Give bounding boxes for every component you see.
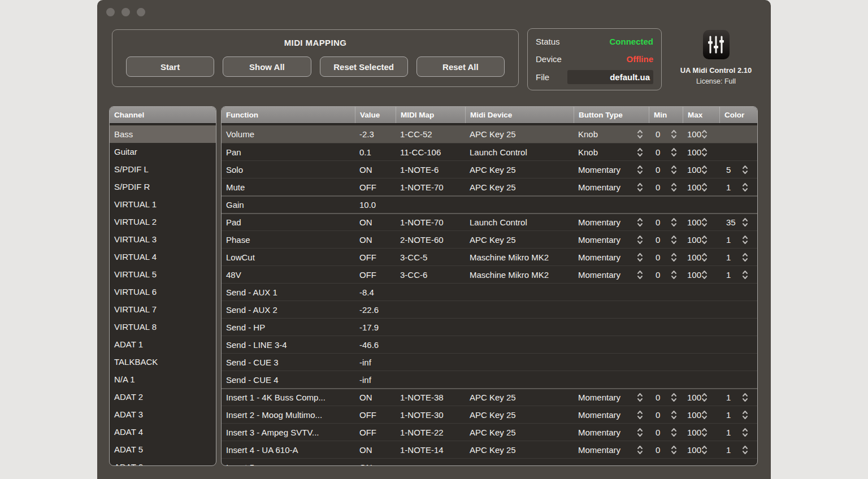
min-cell[interactable]: 0 <box>649 266 683 283</box>
max-cell[interactable]: 100 <box>683 214 719 230</box>
channel-row[interactable]: ADAT 2 <box>110 388 216 406</box>
min-cell[interactable]: 0 <box>649 389 683 406</box>
min-cell[interactable]: 0 <box>649 178 683 195</box>
button-type-stepper-icon[interactable] <box>637 392 643 403</box>
color-stepper-icon[interactable] <box>742 410 748 420</box>
function-row[interactable]: Send - AUX 2-22.6 <box>222 301 757 318</box>
min-cell[interactable]: 0 <box>649 441 683 458</box>
function-row[interactable]: Insert 2 - Moog Multimo...OFF1-NOTE-30AP… <box>222 406 757 423</box>
button-type-stepper-icon[interactable] <box>637 410 643 420</box>
button-type-cell[interactable]: Knob <box>574 125 649 143</box>
header-midi-device[interactable]: Midi Device <box>465 107 574 123</box>
function-row[interactable]: 48VOFF3-CC-6Maschine Mikro MK2Momentary0… <box>222 265 757 283</box>
header-min[interactable]: Min <box>649 107 683 123</box>
function-row[interactable]: PhaseON2-NOTE-60APC Key 25Momentary01001 <box>222 230 757 248</box>
channel-row[interactable]: ADAT 6 <box>110 458 216 466</box>
function-row[interactable]: Gain10.0 <box>222 195 757 213</box>
color-stepper-icon[interactable] <box>742 252 748 263</box>
header-color[interactable]: Color <box>719 107 757 123</box>
color-stepper-icon[interactable] <box>742 234 748 245</box>
max-cell[interactable]: 100 <box>683 424 719 441</box>
function-row[interactable]: Send - AUX 1-8.4 <box>222 283 757 301</box>
button-type-cell[interactable]: Momentary <box>574 441 649 458</box>
color-cell[interactable]: 1 <box>719 249 757 265</box>
channel-row[interactable]: VIRTUAL 4 <box>110 248 216 265</box>
channel-row[interactable]: ADAT 5 <box>110 441 216 458</box>
function-row[interactable]: Send - CUE 4-inf <box>222 371 757 388</box>
min-stepper-icon[interactable] <box>671 252 677 263</box>
channel-row[interactable]: Guitar <box>110 143 216 160</box>
header-max[interactable]: Max <box>683 107 719 123</box>
channel-row[interactable]: VIRTUAL 6 <box>110 283 216 301</box>
min-stepper-icon[interactable] <box>671 182 677 193</box>
function-row[interactable]: SoloON1-NOTE-6APC Key 25Momentary01005 <box>222 160 757 178</box>
button-type-stepper-icon[interactable] <box>637 234 643 245</box>
channel-row[interactable]: ADAT 4 <box>110 423 216 441</box>
min-stepper-icon[interactable] <box>671 164 677 175</box>
min-cell[interactable]: 0 <box>649 161 683 178</box>
min-stepper-icon[interactable] <box>671 234 677 245</box>
min-cell[interactable]: 0 <box>649 125 683 143</box>
max-cell[interactable]: 100 <box>683 441 719 458</box>
minimize-icon[interactable] <box>121 8 130 16</box>
color-cell[interactable]: 1 <box>719 424 757 441</box>
channel-row[interactable]: ADAT 3 <box>110 406 216 423</box>
header-midi-map[interactable]: MIDI Map <box>396 107 465 123</box>
channel-row[interactable]: VIRTUAL 5 <box>110 265 216 283</box>
button-type-cell[interactable]: Momentary <box>574 214 649 230</box>
function-row[interactable]: Insert 5 -ON <box>222 458 757 466</box>
close-icon[interactable] <box>106 8 115 16</box>
min-stepper-icon[interactable] <box>671 445 677 455</box>
channel-row[interactable]: ADAT 1 <box>110 336 216 353</box>
function-row[interactable]: Send - LINE 3-4-46.6 <box>222 336 757 353</box>
color-stepper-icon[interactable] <box>742 182 748 193</box>
color-cell[interactable]: 1 <box>719 389 757 406</box>
function-row[interactable]: PadON1-NOTE-70Launch ControlMomentary010… <box>222 213 757 230</box>
button-type-cell[interactable]: Momentary <box>574 161 649 178</box>
max-stepper-icon[interactable] <box>701 392 708 403</box>
max-cell[interactable]: 100 <box>683 389 719 406</box>
button-type-stepper-icon[interactable] <box>637 129 643 140</box>
color-cell[interactable]: 35 <box>719 214 757 230</box>
max-cell[interactable]: 100 <box>683 178 719 195</box>
button-type-cell[interactable]: Momentary <box>574 389 649 406</box>
max-cell[interactable]: 100 <box>683 231 719 248</box>
max-cell[interactable]: 100 <box>683 143 719 160</box>
function-row[interactable]: MuteOFF1-NOTE-70APC Key 25Momentary01001 <box>222 178 757 195</box>
function-row[interactable]: Insert 4 - UA 610-AON1-NOTE-14APC Key 25… <box>222 441 757 458</box>
max-cell[interactable]: 100 <box>683 266 719 283</box>
max-stepper-icon[interactable] <box>701 182 708 193</box>
button-type-stepper-icon[interactable] <box>637 182 643 193</box>
color-cell[interactable]: 1 <box>719 266 757 283</box>
max-stepper-icon[interactable] <box>701 164 708 175</box>
min-stepper-icon[interactable] <box>671 269 677 280</box>
channel-row[interactable]: VIRTUAL 3 <box>110 230 216 248</box>
channel-row[interactable]: VIRTUAL 1 <box>110 195 216 213</box>
channel-row[interactable]: S/PDIF L <box>110 160 216 178</box>
color-stepper-icon[interactable] <box>742 217 748 228</box>
button-type-stepper-icon[interactable] <box>637 252 643 263</box>
channel-row[interactable]: N/A 1 <box>110 371 216 388</box>
button-type-stepper-icon[interactable] <box>637 147 643 158</box>
max-cell[interactable]: 100 <box>683 161 719 178</box>
button-type-cell[interactable]: Momentary <box>574 231 649 248</box>
min-stepper-icon[interactable] <box>671 217 677 228</box>
max-stepper-icon[interactable] <box>701 217 708 228</box>
file-input[interactable]: default.ua <box>567 70 653 84</box>
max-stepper-icon[interactable] <box>701 445 708 455</box>
color-stepper-icon[interactable] <box>742 427 748 438</box>
color-cell[interactable]: 1 <box>719 231 757 248</box>
function-row[interactable]: Volume-2.31-CC-52APC Key 25Knob0100 <box>222 125 757 143</box>
function-row[interactable]: Pan0.111-CC-106Launch ControlKnob0100 <box>222 143 757 160</box>
button-type-stepper-icon[interactable] <box>637 445 643 455</box>
reset-all-button[interactable]: Reset All <box>416 56 505 77</box>
function-row[interactable]: Send - HP-17.9 <box>222 318 757 336</box>
max-cell[interactable]: 100 <box>683 125 719 143</box>
color-stepper-icon[interactable] <box>742 445 748 455</box>
min-cell[interactable]: 0 <box>649 406 683 423</box>
channel-row[interactable]: VIRTUAL 8 <box>110 318 216 336</box>
channel-row[interactable]: TALKBACK <box>110 353 216 371</box>
header-function[interactable]: Function <box>222 107 355 123</box>
min-cell[interactable]: 0 <box>649 249 683 265</box>
max-stepper-icon[interactable] <box>701 410 708 420</box>
